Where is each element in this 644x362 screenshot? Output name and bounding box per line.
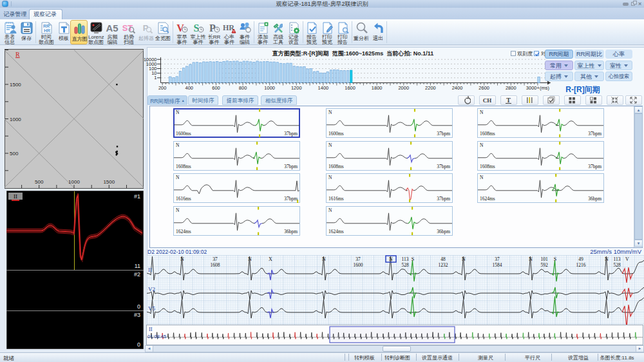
svg-text:2600: 2600 — [478, 85, 489, 91]
svg-text:1500: 1500 — [103, 179, 115, 185]
svg-text:X: X — [269, 256, 272, 262]
svg-text:101: 101 — [540, 256, 548, 262]
svg-text:1000: 1000 — [264, 85, 275, 91]
svg-text:1216: 1216 — [576, 262, 586, 268]
svg-text:3000+(ms): 3000+(ms) — [526, 85, 550, 91]
svg-text:1584: 1584 — [493, 262, 502, 268]
svg-text:200: 200 — [158, 85, 167, 91]
svg-text:49: 49 — [578, 256, 583, 262]
svg-text:500: 500 — [10, 151, 19, 157]
svg-text:11: 11 — [135, 263, 140, 269]
svg-text:600: 600 — [212, 85, 220, 91]
svg-text:N: N — [389, 256, 393, 262]
svg-text:ST: ST — [122, 23, 133, 33]
svg-text:1200: 1200 — [291, 85, 302, 91]
svg-text:V5: V5 — [148, 305, 155, 312]
svg-text:N: N — [462, 256, 466, 262]
svg-text:01:08:45: 01:08:45 — [147, 334, 166, 339]
svg-text:N: N — [529, 256, 533, 262]
svg-text:II: II — [14, 193, 17, 200]
svg-text:113: 113 — [614, 256, 621, 262]
svg-text:37: 37 — [495, 256, 500, 262]
svg-text:N: N — [605, 256, 609, 262]
svg-text:1500: 1500 — [10, 82, 21, 88]
svg-text:II: II — [148, 267, 152, 273]
svg-text:1232: 1232 — [439, 262, 448, 268]
svg-text:2000: 2000 — [398, 85, 409, 91]
svg-text:S: S — [554, 256, 556, 262]
svg-text:1800: 1800 — [372, 85, 383, 91]
svg-text:1600: 1600 — [354, 262, 363, 268]
svg-text:R: R — [15, 51, 20, 58]
svg-text:500: 500 — [35, 179, 44, 185]
svg-text:528: 528 — [401, 262, 409, 268]
svg-text:0: 0 — [137, 303, 140, 310]
svg-text:CH: CH — [483, 97, 492, 104]
svg-text:HR: HR — [43, 28, 50, 33]
svg-text:1400: 1400 — [318, 85, 329, 91]
svg-text:V: V — [625, 256, 629, 262]
svg-text:0: 0 — [137, 341, 140, 348]
svg-text:S: S — [412, 256, 414, 262]
svg-text:II: II — [149, 326, 153, 332]
svg-text:1000: 1000 — [10, 117, 21, 122]
svg-text:37: 37 — [355, 256, 361, 262]
svg-text:#3: #3 — [134, 312, 140, 318]
svg-text:2400: 2400 — [452, 85, 463, 91]
svg-text:#1: #1 — [134, 193, 140, 200]
svg-text:800: 800 — [239, 85, 247, 91]
svg-text:1600: 1600 — [345, 85, 355, 91]
svg-text:1000: 1000 — [68, 179, 80, 185]
svg-text:113: 113 — [402, 256, 409, 262]
svg-text:S: S — [194, 23, 200, 33]
svg-text:37: 37 — [213, 256, 218, 262]
svg-text:1608: 1608 — [211, 262, 220, 268]
svg-text:A5: A5 — [106, 23, 118, 33]
svg-text:N: N — [180, 256, 184, 262]
svg-text:2800: 2800 — [506, 85, 516, 91]
svg-text:400: 400 — [185, 85, 194, 91]
svg-text:48: 48 — [440, 256, 446, 262]
svg-text:2200: 2200 — [425, 85, 436, 91]
svg-text:RR: RR — [43, 24, 49, 28]
svg-text:T: T — [506, 97, 511, 104]
svg-text:592: 592 — [540, 262, 548, 268]
svg-text:#2: #2 — [134, 271, 140, 278]
svg-text:V2: V2 — [148, 286, 155, 292]
svg-text:528: 528 — [613, 262, 621, 268]
svg-text:N: N — [322, 256, 326, 262]
svg-text:N: N — [248, 256, 252, 262]
svg-text:10000: 10000 — [144, 57, 157, 62]
